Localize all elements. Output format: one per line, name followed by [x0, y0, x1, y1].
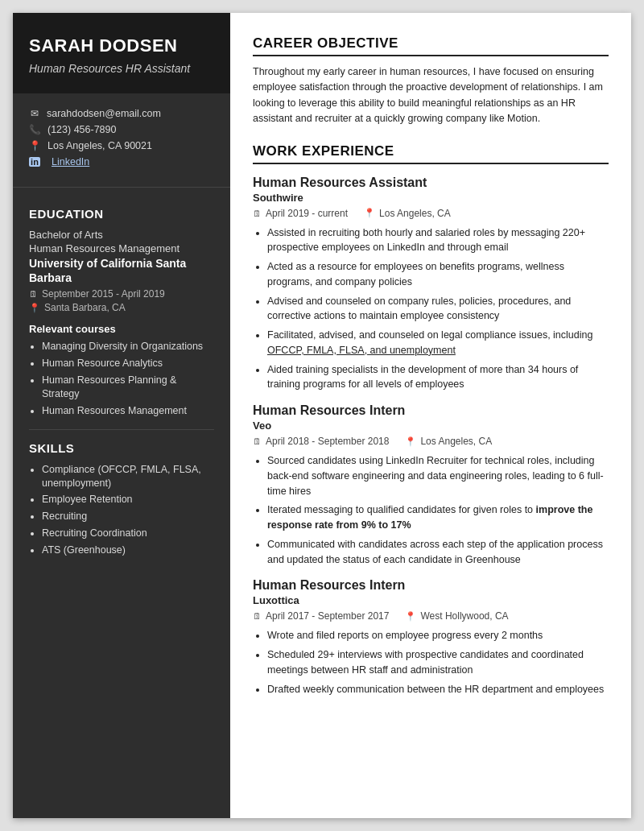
skills-list: Compliance (OFCCP, FMLA, FLSA, unemploym…: [29, 463, 214, 557]
job-block-3: Human Resources Intern Luxottica 🗓 April…: [253, 578, 609, 697]
skills-section-title: SKILLS: [29, 441, 214, 455]
bullet-2-1: Sourced candidates using LinkedIn Recrui…: [267, 453, 609, 498]
phone-text: (123) 456-7890: [47, 124, 116, 135]
job-dates-1: 🗓 April 2019 - current: [253, 208, 348, 219]
job-location-1: 📍 Los Angeles, CA: [364, 208, 451, 219]
education-section-title: EDUCATION: [29, 207, 214, 221]
calendar-icon-1: 🗓: [253, 209, 262, 218]
edu-degree2: Human Resources Management: [29, 242, 214, 254]
location-icon-1: 📍: [364, 208, 375, 218]
job-meta-2: 🗓 April 2018 - September 2018 📍 Los Ange…: [253, 436, 609, 447]
course-item: Human Resources Planning & Strategy: [42, 374, 214, 401]
bullet-1-4: Facilitated, advised, and counseled on l…: [267, 328, 609, 358]
candidate-name: SARAH DODSEN: [29, 35, 214, 56]
linkedin-icon: in: [29, 157, 40, 167]
job-dates-text-3: April 2017 - September 2017: [266, 610, 389, 622]
skill-item: Compliance (OFCCP, FMLA, FLSA, unemploym…: [42, 463, 214, 490]
course-item: Human Resources Management: [42, 404, 214, 418]
job-location-text-2: Los Angeles, CA: [420, 436, 492, 447]
bullet-1-2: Acted as a resource for employees on ben…: [267, 259, 609, 290]
edu-school: University of California Santa Barbara: [29, 256, 214, 285]
skill-item: Recruiting: [42, 510, 214, 523]
bullet-3-1: Wrote and filed reports on employee prog…: [267, 628, 609, 643]
career-objective-title: CAREER OBJECTIVE: [253, 35, 609, 56]
sidebar: SARAH DODSEN Human Resources HR Assistan…: [13, 13, 230, 818]
job-dates-3: 🗓 April 2017 - September 2017: [253, 610, 389, 622]
email-text: sarahdodsen@email.com: [47, 108, 161, 119]
career-objective-text: Throughout my early career in human reso…: [253, 64, 609, 127]
relevant-courses-label: Relevant courses: [29, 323, 214, 335]
edu-dates: 🗓 September 2015 - April 2019: [29, 288, 214, 300]
email-icon: ✉: [29, 108, 40, 119]
job-location-2: 📍 Los Angeles, CA: [405, 436, 492, 447]
job-location-3: 📍 West Hollywood, CA: [405, 610, 508, 622]
skill-item: ATS (Greenhouse): [42, 544, 214, 557]
work-experience-section: WORK EXPERIENCE Human Resources Assistan…: [253, 143, 609, 697]
job-location-text-1: Los Angeles, CA: [379, 208, 451, 219]
work-experience-title: WORK EXPERIENCE: [253, 143, 609, 164]
courses-list: Managing Diversity in Organizations Huma…: [29, 340, 214, 417]
job-meta-3: 🗓 April 2017 - September 2017 📍 West Hol…: [253, 610, 609, 622]
calendar-icon-3: 🗓: [253, 611, 262, 621]
resume-container: SARAH DODSEN Human Resources HR Assistan…: [13, 13, 631, 818]
contact-location: 📍 Los Angeles, CA 90021: [29, 140, 214, 151]
edu-dates-text: September 2015 - April 2019: [42, 288, 165, 300]
bullet-3-2: Scheduled 29+ interviews with prospectiv…: [267, 647, 609, 678]
contact-phone: 📞 (123) 456-7890: [29, 124, 214, 135]
job-location-text-3: West Hollywood, CA: [420, 610, 508, 622]
job-title-1: Human Resources Assistant: [253, 176, 609, 190]
location-text: Los Angeles, CA 90021: [47, 140, 152, 151]
job-bullets-3: Wrote and filed reports on employee prog…: [253, 628, 609, 697]
bullet-2-2: Iterated messaging to qualified candidat…: [267, 502, 609, 533]
skill-item: Recruiting Coordination: [42, 527, 214, 540]
company-3: Luxottica: [253, 594, 609, 606]
calendar-icon-2: 🗓: [253, 436, 262, 446]
company-2: Veo: [253, 420, 609, 432]
location-icon-2: 📍: [405, 436, 416, 447]
edu-location: 📍 Santa Barbara, CA: [29, 302, 214, 313]
bullet-2-3: Communicated with candidates across each…: [267, 537, 609, 568]
job-bullets-1: Assisted in recruiting both hourly and s…: [253, 225, 609, 393]
job-meta-1: 🗓 April 2019 - current 📍 Los Angeles, CA: [253, 208, 609, 219]
bullet-1-1: Assisted in recruiting both hourly and s…: [267, 225, 609, 256]
linkedin-link[interactable]: LinkedIn: [52, 156, 89, 167]
job-bullets-2: Sourced candidates using LinkedIn Recrui…: [253, 453, 609, 567]
main-content: CAREER OBJECTIVE Throughout my early car…: [230, 13, 631, 818]
phone-icon: 📞: [29, 124, 41, 135]
sidebar-header: SARAH DODSEN Human Resources HR Assistan…: [13, 13, 230, 93]
edu-location-text: Santa Barbara, CA: [44, 302, 126, 313]
job-dates-text-1: April 2019 - current: [266, 208, 348, 219]
compliance-underline: OFCCP, FMLA, FLSA, and unemployment: [267, 345, 456, 356]
skill-item: Employee Retention: [42, 493, 214, 506]
sidebar-body: EDUCATION Bachelor of Arts Human Resourc…: [13, 188, 230, 818]
sidebar-divider: [29, 429, 214, 430]
career-objective-section: CAREER OBJECTIVE Throughout my early car…: [253, 35, 609, 127]
job-title-2: Human Resources Intern: [253, 403, 609, 418]
job-dates-2: 🗓 April 2018 - September 2018: [253, 436, 389, 447]
job-title-3: Human Resources Intern: [253, 578, 609, 593]
company-1: Southwire: [253, 192, 609, 204]
edu-degree1: Bachelor of Arts: [29, 229, 214, 241]
contact-email: ✉ sarahdodsen@email.com: [29, 108, 214, 119]
calendar-icon: 🗓: [29, 289, 38, 299]
bullet-1-5: Aided training specialists in the develo…: [267, 362, 609, 393]
job-block-1: Human Resources Assistant Southwire 🗓 Ap…: [253, 176, 609, 393]
contact-linkedin[interactable]: in LinkedIn: [29, 156, 214, 167]
course-item: Human Resource Analytics: [42, 357, 214, 370]
bullet-3-3: Drafted weekly communication between the…: [267, 682, 609, 697]
job-block-2: Human Resources Intern Veo 🗓 April 2018 …: [253, 403, 609, 567]
bullet-1-3: Advised and counseled on company rules, …: [267, 294, 609, 325]
response-rate-bold: improve the response rate from 9% to 17%: [267, 504, 592, 531]
location-icon-3: 📍: [405, 611, 416, 622]
job-dates-text-2: April 2018 - September 2018: [266, 436, 389, 447]
edu-location-icon: 📍: [29, 303, 40, 313]
contact-section: ✉ sarahdodsen@email.com 📞 (123) 456-7890…: [13, 93, 230, 188]
course-item: Managing Diversity in Organizations: [42, 340, 214, 353]
candidate-title: Human Resources HR Assistant: [29, 61, 214, 77]
location-icon: 📍: [29, 140, 41, 151]
